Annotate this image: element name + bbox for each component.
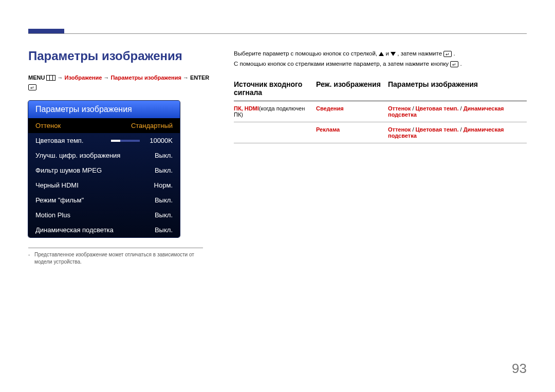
table-cell-options: Оттенок / Цветовая темп. / Динамическая …: [388, 105, 527, 118]
osd-row-dynamic-backlight[interactable]: Динамическая подсветка Выкл.: [28, 222, 180, 237]
page-title: Параметры изображения: [28, 49, 226, 63]
osd-row-motion-plus[interactable]: Motion Plus Выкл.: [28, 208, 180, 222]
breadcrumb-arrow: →: [58, 74, 65, 81]
opt-sep: /: [459, 126, 464, 133]
table-header-row: Источник входного сигнала Реж. изображен…: [234, 80, 527, 101]
table-cell-options: Оттенок / Цветовая темп. / Динамическая …: [388, 126, 527, 139]
opt: Цветовая темп.: [416, 126, 459, 133]
instruction-text: С помощью кнопок со стрелками измените п…: [234, 61, 450, 67]
breadcrumb-menu-label: MENU: [28, 74, 45, 81]
source-red: ПК, HDMI: [234, 105, 259, 111]
osd-label: Улучш. цифр. изображения: [35, 152, 144, 159]
table-row: ПК, HDMI(когда подключен ПК) Сведения От…: [234, 101, 527, 122]
osd-label: Motion Plus: [35, 211, 144, 219]
table-row: Реклама Оттенок / Цветовая темп. / Динам…: [234, 122, 527, 143]
osd-row-mpeg-noise[interactable]: Фильтр шумов MPEG Выкл.: [28, 163, 180, 178]
osd-label: Динамическая подсветка: [35, 226, 144, 234]
enter-icon: [450, 61, 458, 67]
opt-sep: /: [411, 126, 415, 133]
instruction-text: Выберите параметр с помощью кнопок со ст…: [234, 50, 379, 57]
osd-row-color-temp[interactable]: Цветовая темп. 10000K: [28, 133, 180, 148]
instruction-text: .: [460, 61, 461, 67]
osd-value: Норм.: [144, 181, 173, 189]
instructions: Выберите параметр с помощью кнопок со ст…: [234, 49, 527, 69]
breadcrumb-step-1: Изображение: [65, 74, 102, 81]
osd-value: Выкл.: [144, 152, 173, 159]
arrow-down-icon: [391, 52, 396, 56]
enter-icon: [443, 51, 452, 57]
opt: Оттенок: [388, 126, 411, 133]
osd-label: Фильтр шумов MPEG: [35, 166, 144, 174]
osd-row-film-mode[interactable]: Режим "фильм" Выкл.: [28, 193, 180, 208]
table-cell-mode: Реклама: [316, 126, 388, 139]
opt: Цветовая темп.: [416, 105, 459, 111]
osd-value: 10000K: [144, 137, 173, 144]
breadcrumb-step-2: Параметры изображения: [110, 74, 181, 81]
osd-value: Выкл.: [144, 196, 173, 204]
arrow-up-icon: [379, 52, 384, 56]
osd-title: Параметры изображения: [28, 101, 180, 118]
opt: Оттенок: [388, 105, 411, 111]
footnote-separator: Представленное изображение может отличат…: [28, 248, 203, 266]
osd-row-tint[interactable]: Оттенок Стандартный: [28, 118, 180, 133]
osd-row-digital-clean[interactable]: Улучш. цифр. изображения Выкл.: [28, 148, 180, 163]
instruction-text: и: [385, 50, 391, 57]
table-cell-mode: Сведения: [316, 105, 388, 118]
breadcrumb-enter-label: ENTER: [190, 74, 209, 81]
osd-value: Выкл.: [144, 211, 173, 219]
footnote-text: Представленное изображение может отличат…: [28, 251, 203, 266]
osd-value: Выкл.: [144, 166, 173, 174]
table-cell-source: ПК, HDMI(когда подключен ПК): [234, 105, 316, 118]
enter-icon: [28, 84, 36, 90]
osd-value: Выкл.: [144, 226, 173, 234]
osd-label: Черный HDMI: [35, 181, 144, 189]
breadcrumb: MENU → Изображение → Параметры изображен…: [28, 73, 226, 91]
osd-value: Стандартный: [131, 122, 173, 129]
table-header-options: Параметры изображения: [388, 80, 527, 97]
osd-row-hdmi-black[interactable]: Черный HDMI Норм.: [28, 178, 180, 193]
osd-label: Цветовая темп.: [35, 137, 107, 144]
opt-sep: /: [411, 105, 415, 111]
osd-label: Режим "фильм": [35, 196, 144, 204]
breadcrumb-arrow: →: [103, 74, 110, 81]
table-cell-source: [234, 126, 316, 139]
osd-panel: Параметры изображения Оттенок Стандартны…: [28, 101, 180, 237]
osd-slider[interactable]: [111, 140, 140, 142]
page-number: 93: [512, 361, 527, 377]
instruction-text: .: [453, 50, 455, 57]
menu-icon: [46, 75, 55, 81]
breadcrumb-arrow: →: [183, 74, 190, 81]
opt-sep: /: [459, 105, 464, 111]
osd-label: Оттенок: [35, 122, 131, 129]
instruction-text: , затем нажмите: [397, 50, 443, 57]
table-header-source: Источник входного сигнала: [234, 80, 316, 97]
table-header-mode: Реж. изображения: [316, 80, 388, 97]
